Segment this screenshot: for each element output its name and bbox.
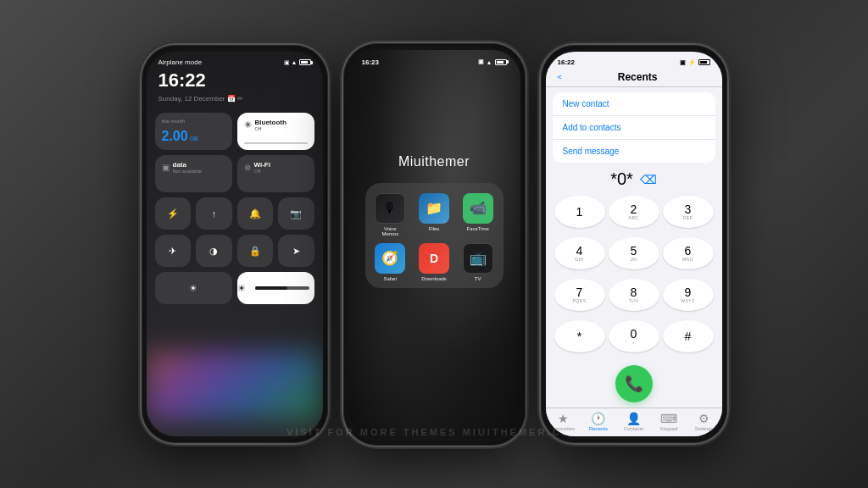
key-0[interactable]: 0 + xyxy=(609,320,659,352)
wifi-tile[interactable]: ⊗ Wi-Fi Off xyxy=(237,155,314,192)
phone-recents: 16:22 ▣ ⚡ < Recents New contact Add t xyxy=(541,45,727,443)
data-tile[interactable]: this month 2.00 GB xyxy=(155,113,232,150)
tv-app[interactable]: 📺 TV xyxy=(459,243,497,281)
mobile-title: data xyxy=(173,161,203,169)
voice-memos-label: VoiceMemos xyxy=(381,226,398,236)
wifi-status-icon: ▲ xyxy=(292,59,298,65)
key-8[interactable]: 8 TUV xyxy=(609,279,659,311)
recents-nav: < Recents xyxy=(546,68,722,87)
safari-app[interactable]: 🧭 Safari xyxy=(372,243,409,281)
data-unit: GB xyxy=(190,136,198,141)
call-button-row: 📞 xyxy=(546,362,722,408)
phone-home-screen: 16:23 ▣ ▲ Miuithemer 🎙 VoiceMemos xyxy=(343,43,526,446)
voice-memos-app[interactable]: 🎙 VoiceMemos xyxy=(372,193,409,236)
phone-control-center: Airplane mode ▣ ▲ 16:22 Sunday, 12 Decem… xyxy=(142,45,328,443)
facetime-label: FaceTime xyxy=(466,226,488,231)
key-9[interactable]: 9 WXYZ xyxy=(663,279,714,311)
key-2[interactable]: 2 ABC xyxy=(609,196,659,228)
nav-title: Recents xyxy=(565,71,710,83)
location-icon: ➤ xyxy=(292,246,300,257)
bell-btn[interactable]: 🔔 xyxy=(237,197,274,230)
new-contact-option[interactable]: New contact xyxy=(553,92,715,116)
tab-keypad[interactable]: ⌨ Keypad xyxy=(651,412,687,431)
mobile-tile[interactable]: ▣ data Not available xyxy=(155,155,232,192)
phone-time: 16:22 xyxy=(558,58,575,66)
cc-date: Sunday, 12 December 📅 ✏ xyxy=(147,95,323,108)
moon-btn[interactable]: ◑ xyxy=(196,235,232,267)
airplane-label: Airplane mode xyxy=(159,58,203,66)
signal-icon: ▣ xyxy=(284,59,290,66)
tab-recents[interactable]: 🕐 Recents xyxy=(581,412,616,431)
voice-memos-icon: 🎙 xyxy=(375,193,405,224)
status-icons-1: ▣ ▲ xyxy=(284,59,311,66)
back-button[interactable]: < xyxy=(558,73,562,81)
brightness-high-btn[interactable]: ☀ xyxy=(237,272,314,304)
bluetooth-sub: Off xyxy=(255,126,287,131)
key-3[interactable]: 3 DEF xyxy=(663,196,714,228)
contact-options: New contact Add to contacts Send message xyxy=(553,92,715,163)
watermark-text: VISIT FOR MORE THEMES MIUITHEMER.COM xyxy=(287,427,581,437)
data-value: 2.00 xyxy=(162,129,188,144)
location-btn[interactable]: ➤ xyxy=(278,235,314,267)
brightness-high-icon: ☀ xyxy=(237,283,246,294)
key-4[interactable]: 4 GHI xyxy=(554,237,605,269)
downloads-icon: D xyxy=(419,243,449,274)
folder-overlay[interactable]: 🎙 VoiceMemos 📁 Files 📹 FaceTime 🧭 Safari xyxy=(365,183,504,288)
contacts-icon: 👤 xyxy=(626,412,641,425)
bluetooth-icon: ✳ xyxy=(244,119,252,130)
status-bar-1: Airplane mode ▣ ▲ xyxy=(147,52,323,68)
key-star[interactable]: * xyxy=(554,320,605,352)
brightness-low-btn[interactable]: ☀ xyxy=(155,272,232,304)
sound-icon: ⚡ xyxy=(167,208,179,219)
cc-top-tiles: this month 2.00 GB ✳ Bluetooth Off xyxy=(147,108,323,197)
dialed-digits: *0* xyxy=(610,169,633,189)
downloads-label: Downloads xyxy=(421,276,447,281)
key-6[interactable]: 6 MNO xyxy=(663,237,714,269)
send-message-option[interactable]: Send message xyxy=(553,140,715,163)
bluetooth-tile[interactable]: ✳ Bluetooth Off xyxy=(237,113,314,150)
wifi-icon: ⊗ xyxy=(244,163,251,172)
call-button[interactable]: 📞 xyxy=(615,365,653,402)
camera-btn[interactable]: 📷 xyxy=(278,197,314,230)
bell-icon: 🔔 xyxy=(249,208,261,219)
cc-time: 16:22 xyxy=(147,68,323,95)
safari-label: Safari xyxy=(383,276,397,281)
call-phone-icon: 📞 xyxy=(625,374,643,393)
settings-label: Settings xyxy=(695,426,714,431)
recents-icon: 🕐 xyxy=(591,412,605,425)
key-7[interactable]: 7 PQRS xyxy=(554,279,605,311)
sound-btn[interactable]: ⚡ xyxy=(155,197,192,230)
up-btn[interactable]: ↑ xyxy=(196,197,232,230)
status-bar-2: 16:23 ▣ ▲ xyxy=(348,50,520,69)
files-app[interactable]: 📁 Files xyxy=(415,193,453,236)
files-label: Files xyxy=(429,226,440,231)
key-1[interactable]: 1 xyxy=(554,196,605,228)
dialed-number-display: *0* ⌫ xyxy=(546,163,722,192)
bluetooth-bar xyxy=(244,142,308,144)
cc-row-buttons-2: ✈ ◑ 🔒 ➤ xyxy=(147,235,323,267)
camera-icon: 📷 xyxy=(290,208,302,219)
key-hash[interactable]: # xyxy=(663,320,714,352)
tv-icon: 📺 xyxy=(463,243,493,274)
home-status-icons: ▣ ▲ xyxy=(478,58,507,65)
moon-icon: ◑ xyxy=(209,246,218,257)
safari-icon: 🧭 xyxy=(375,243,405,274)
data-tile-label: this month xyxy=(162,119,186,124)
signal-bars-icon: ▣ xyxy=(162,163,170,172)
cc-row-buttons-1: ⚡ ↑ 🔔 📷 xyxy=(147,197,323,230)
recents-label: Recents xyxy=(589,426,608,431)
favourites-icon: ★ xyxy=(558,412,569,425)
facetime-app[interactable]: 📹 FaceTime xyxy=(459,193,497,236)
add-to-contacts-option[interactable]: Add to contacts xyxy=(553,116,715,140)
airplane-btn[interactable]: ✈ xyxy=(155,235,192,267)
lock-btn[interactable]: 🔒 xyxy=(237,235,274,267)
tab-settings[interactable]: ⚙ Settings xyxy=(687,412,722,431)
lock-icon: 🔒 xyxy=(249,246,261,257)
keypad-label: Keypad xyxy=(660,426,677,431)
key-5[interactable]: 5 JKI xyxy=(609,237,659,269)
delete-button[interactable]: ⌫ xyxy=(640,173,657,186)
status-bar-3: 16:22 ▣ ⚡ xyxy=(546,52,722,68)
downloads-app[interactable]: D Downloads xyxy=(415,243,453,281)
up-icon: ↑ xyxy=(212,208,217,219)
tab-contacts[interactable]: 👤 Contacts xyxy=(616,412,652,431)
